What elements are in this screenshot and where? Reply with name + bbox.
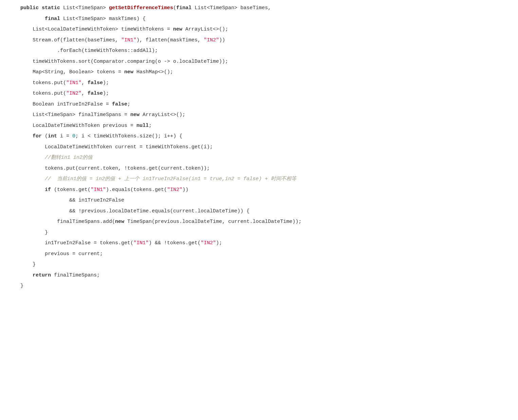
code-token: false [88,91,103,96]
code-line: } [8,259,510,270]
code-token: Stream.of(flatten(baseTimes, [33,37,121,43]
code-token: ) && !tokens.get( [149,240,201,246]
code-line: Map<String, Boolean> tokens = new HashMa… [8,67,510,78]
code-line: in1TrueIn2False = tokens.get("IN1") && !… [8,238,510,249]
code-token: , [81,80,88,86]
code-token: TimeSpan(previous.localDateTime, current… [124,219,301,225]
code-line: List<TimeSpan> finalTimeSpans = new Arra… [8,110,510,120]
code-line: tokens.put("IN2", false); [8,88,510,99]
code-token: (tokens.get( [51,187,91,193]
code-token: 0 [72,133,75,139]
code-line: public static List<TimeSpan> getSetDiffe… [8,3,510,14]
indent [8,37,33,43]
code-token: new [115,219,124,225]
code-line: LocalDateTimeWithToken previous = null; [8,120,510,131]
indent [8,144,45,150]
indent [8,80,33,86]
code-token: ( [173,5,176,11]
indent [8,272,33,278]
indent [8,155,45,160]
code-token: List<TimeSpan> finalTimeSpans = [33,112,130,118]
indent [8,230,45,235]
indent [8,251,45,257]
code-token: in1TrueIn2False = tokens.get( [45,240,133,246]
code-token: for [33,133,42,139]
code-token: "IN1" [66,80,81,86]
code-token: )) [182,187,188,193]
indent [8,219,57,225]
indent [8,59,33,64]
code-line: finalTimeSpans.add(new TimeSpan(previous… [8,216,510,227]
code-line: timeWithTokens.sort(Comparator.comparing… [8,56,510,67]
code-token: return [33,272,51,278]
code-line: tokens.put(current.token, !tokens.get(cu… [8,163,510,174]
code-token: ArrayList<>(); [182,26,228,32]
code-token: List<TimeSpan> [60,5,109,11]
code-token: if [45,187,51,193]
code-token: null [136,123,149,129]
code-token: } [33,262,36,267]
code-token: ; i < timeWithTokens.size(); i++) { [75,133,182,139]
indent [8,262,33,267]
indent [8,69,33,75]
indent [8,240,45,246]
code-token: ).equals(tokens.get( [106,187,167,193]
code-token: timeWithTokens.sort(Comparator.comparing… [33,59,228,64]
code-token: ArrayList<>(); [140,112,185,118]
code-token: tokens.put( [33,91,66,96]
code-token: final [45,16,60,22]
indent [8,26,33,32]
code-token: Map<String, Boolean> tokens = [33,69,124,75]
code-token: LocalDateTimeWithToken previous = [33,123,136,129]
code-line: Stream.of(flatten(baseTimes, "IN1"), fla… [8,35,510,46]
indent [8,187,45,193]
code-token: ); [103,91,109,96]
indent [8,101,33,107]
code-token: "IN2" [204,37,219,43]
code-token: List<TimeSpan> baseTimes, [191,5,271,11]
code-line: previous = current; [8,249,510,260]
code-token: LocalDateTimeWithToken current = timeWit… [45,144,213,150]
code-block: public static List<TimeSpan> getSetDiffe… [0,0,518,300]
indent [8,208,69,214]
code-line: //翻转in1 in2的值 [8,152,510,163]
code-line: } [8,281,510,291]
code-line: for (int i = 0; i < timeWithTokens.size(… [8,131,510,142]
code-token: ; [127,101,130,107]
code-line: .forEach(timeWithTokens::addAll); [8,45,510,56]
code-token: int [48,133,57,139]
code-token: finalTimeSpans.add( [57,219,115,225]
code-token: ), flatten(maskTimes, [136,37,204,43]
code-token: List<TimeSpan> maskTimes) { [60,16,146,22]
indent [8,197,69,203]
code-line: Boolean in1TrueIn2False = false; [8,99,510,110]
code-token: "IN2" [167,187,182,193]
code-token: , [81,91,88,96]
code-token: && in1TrueIn2False [69,197,124,203]
code-token: } [20,283,23,289]
code-line: } [8,227,510,238]
code-token: new [130,112,140,118]
code-token: ); [216,240,222,246]
code-token: i = [57,133,72,139]
code-token: List<LocalDateTimeWithToken> timeWithTok… [33,26,173,32]
code-token: } [45,230,48,235]
code-line: return finalTimeSpans; [8,270,510,281]
code-token: )) [219,37,225,43]
code-token: ); [103,80,109,86]
indent [8,133,33,139]
indent [8,112,33,118]
code-token: // 当前in1的值 = in2的值 + 上一个 in1TrueIn2False… [45,176,296,182]
code-token: public [20,5,39,11]
code-token: "IN1" [121,37,136,43]
indent [8,48,57,54]
code-line: tokens.put("IN1", false); [8,78,510,89]
code-token: false [112,101,127,107]
indent [8,123,33,129]
code-line: // 当前in1的值 = in2的值 + 上一个 in1TrueIn2False… [8,174,510,185]
indent [8,5,20,11]
code-token: "IN1" [133,240,149,246]
code-token: new [173,26,182,32]
code-token: finalTimeSpans; [51,272,100,278]
code-line: && in1TrueIn2False [8,195,510,206]
